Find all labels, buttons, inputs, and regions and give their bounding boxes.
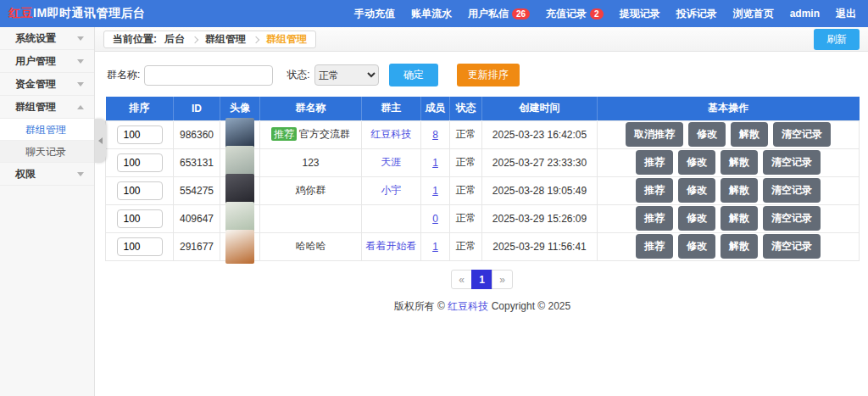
- refresh-button[interactable]: 刷新: [814, 29, 860, 50]
- members-count-link[interactable]: 1: [432, 157, 438, 169]
- topbar-nav-item[interactable]: 退出: [836, 7, 856, 21]
- owner-cell: 红豆科技: [362, 120, 421, 148]
- owner-cell: 天涯: [362, 148, 421, 176]
- sort-input[interactable]: [117, 209, 163, 228]
- sidebar-item[interactable]: 系统设置: [0, 27, 94, 50]
- table-row: 653131123天涯1正常2025-03-27 23:33:30推荐修改解散清…: [106, 148, 860, 176]
- sidebar-subitem[interactable]: 聊天记录: [0, 141, 94, 163]
- topbar-nav-item[interactable]: 提现记录: [620, 7, 660, 21]
- status-select[interactable]: 正常: [314, 64, 379, 86]
- avatar-cell: [220, 148, 260, 176]
- column-header: 群名称: [260, 97, 362, 120]
- confirm-button[interactable]: 确定: [389, 64, 438, 86]
- clear-records-button[interactable]: 清空记录: [763, 150, 821, 175]
- edit-button[interactable]: 修改: [678, 206, 715, 231]
- created-time-cell: 2025-03-28 19:05:49: [482, 176, 598, 204]
- chevron-down-icon: [77, 82, 84, 86]
- group-name-label: 群名称:: [107, 68, 140, 82]
- group-id-cell: 291677: [174, 232, 220, 260]
- topbar-nav-item[interactable]: admin: [790, 8, 820, 20]
- clear-records-button[interactable]: 清空记录: [763, 178, 821, 203]
- members-cell: 1: [421, 148, 450, 176]
- avatar-cell: [220, 204, 260, 232]
- sidebar-collapse-handle[interactable]: [95, 119, 106, 163]
- dissolve-button[interactable]: 解散: [721, 234, 758, 259]
- sidebar-item[interactable]: 权限: [0, 163, 94, 186]
- breadcrumb-item[interactable]: 群组管理: [205, 32, 246, 47]
- sort-input[interactable]: [117, 125, 163, 144]
- created-time-cell: 2025-03-23 16:42:05: [482, 120, 598, 148]
- footer-text-prefix: 版权所有 ©: [394, 300, 445, 312]
- sidebar-item[interactable]: 用户管理: [0, 50, 94, 73]
- breadcrumb-separator-icon: [192, 36, 198, 42]
- sidebar-item[interactable]: 资金管理: [0, 73, 94, 96]
- recommend-toggle-button[interactable]: 推荐: [636, 150, 673, 175]
- table-row: 4096470正常2025-03-29 15:26:09推荐修改解散清空记录: [106, 204, 860, 232]
- members-count-link[interactable]: 8: [432, 129, 438, 141]
- dissolve-button[interactable]: 解散: [721, 206, 758, 231]
- edit-button[interactable]: 修改: [678, 234, 715, 259]
- group-name-input[interactable]: [144, 65, 273, 86]
- chevron-up-icon: [77, 105, 84, 109]
- group-name-cell: 哈哈哈: [260, 232, 362, 260]
- chevron-down-icon: [77, 59, 84, 64]
- group-owner-link[interactable]: 红豆科技: [371, 128, 412, 140]
- notification-badge: 2: [590, 8, 604, 20]
- recommend-toggle-button[interactable]: 推荐: [636, 234, 673, 259]
- sort-input[interactable]: [117, 181, 163, 200]
- sort-input[interactable]: [117, 153, 163, 172]
- topbar-nav: 手动充值账单流水用户私信26充值记录2提现记录投诉记录浏览首页admin退出: [354, 7, 856, 21]
- topbar-nav-item[interactable]: 账单流水: [411, 7, 452, 21]
- pagination-next[interactable]: »: [492, 270, 513, 289]
- pagination-page[interactable]: 1: [471, 270, 492, 289]
- edit-button[interactable]: 修改: [678, 178, 715, 203]
- recommend-toggle-button[interactable]: 推荐: [636, 206, 673, 231]
- owner-cell: [362, 204, 421, 232]
- edit-button[interactable]: 修改: [688, 122, 726, 147]
- dissolve-button[interactable]: 解散: [721, 178, 758, 203]
- group-name: 官方交流群: [299, 128, 350, 140]
- group-owner-link[interactable]: 天涯: [381, 156, 402, 168]
- sidebar-subitem[interactable]: 群组管理: [0, 119, 94, 141]
- members-count-link[interactable]: 0: [432, 213, 438, 225]
- sidebar-item[interactable]: 群组管理: [0, 96, 94, 119]
- groups-table: 排序ID头像群名称群主成员状态创建时间基本操作 986360推荐官方交流群红豆科…: [105, 97, 860, 261]
- clear-records-button[interactable]: 清空记录: [763, 206, 821, 231]
- status-cell: 正常: [450, 120, 482, 148]
- edit-button[interactable]: 修改: [678, 150, 715, 175]
- footer-company-link[interactable]: 红豆科技: [448, 300, 488, 312]
- sort-input[interactable]: [117, 237, 163, 256]
- pagination-prev[interactable]: «: [451, 270, 472, 289]
- dissolve-button[interactable]: 解散: [721, 150, 758, 175]
- dissolve-button[interactable]: 解散: [731, 122, 768, 147]
- group-name-cell: 鸡你群: [260, 176, 362, 204]
- members-count-link[interactable]: 1: [432, 241, 438, 253]
- footer-text-suffix: Copyright © 2025: [492, 300, 571, 312]
- topbar-nav-item[interactable]: 手动充值: [354, 7, 395, 21]
- clear-records-button[interactable]: 清空记录: [773, 122, 831, 147]
- topbar-nav-item[interactable]: 浏览首页: [733, 7, 774, 21]
- breadcrumb-item[interactable]: 群组管理: [266, 32, 307, 47]
- table-row: 554275鸡你群小宇1正常2025-03-28 19:05:49推荐修改解散清…: [106, 176, 860, 204]
- sidebar-item-label: 用户管理: [15, 54, 56, 69]
- group-owner-link[interactable]: 小宇: [381, 184, 402, 196]
- topbar-nav-item[interactable]: 充值记录2: [546, 7, 604, 21]
- group-owner-link[interactable]: 看着开始看: [366, 240, 417, 252]
- members-cell: 1: [421, 176, 450, 204]
- table-row: 291677哈哈哈看着开始看1正常2025-03-29 11:56:41推荐修改…: [106, 232, 860, 260]
- clear-records-button[interactable]: 清空记录: [763, 234, 821, 259]
- column-header: 创建时间: [482, 97, 598, 120]
- topbar-nav-item[interactable]: 投诉记录: [676, 7, 717, 21]
- sort-cell: [106, 204, 174, 232]
- members-cell: 0: [421, 204, 450, 232]
- actions-cell: 推荐修改解散清空记录: [598, 148, 860, 176]
- members-cell: 8: [421, 120, 450, 148]
- update-sort-button[interactable]: 更新排序: [457, 64, 520, 86]
- breadcrumb-item[interactable]: 后台: [164, 32, 185, 47]
- recommend-toggle-button[interactable]: 取消推荐: [626, 122, 683, 147]
- sort-cell: [106, 148, 174, 176]
- topbar-nav-item[interactable]: 用户私信26: [468, 7, 530, 21]
- actions-cell: 推荐修改解散清空记录: [598, 176, 860, 204]
- recommend-toggle-button[interactable]: 推荐: [636, 178, 673, 203]
- members-count-link[interactable]: 1: [432, 185, 438, 197]
